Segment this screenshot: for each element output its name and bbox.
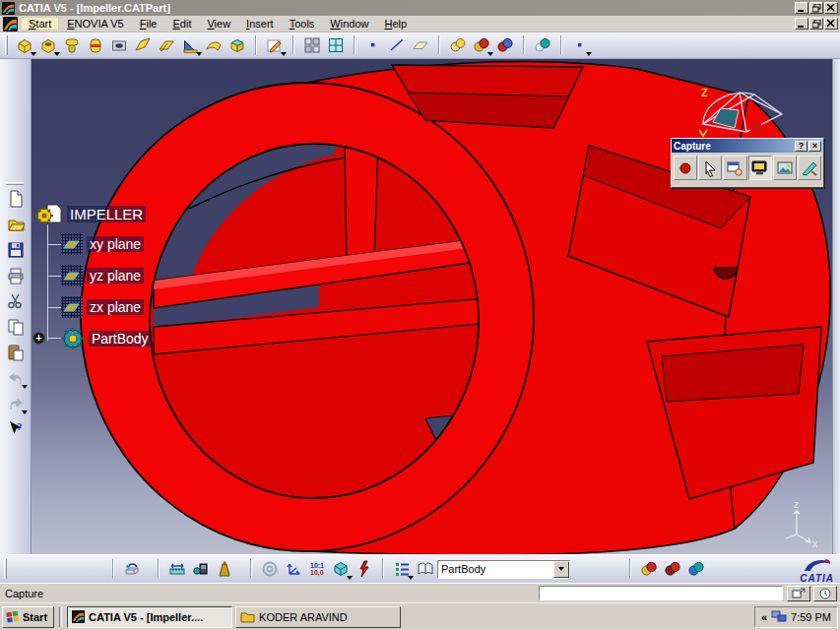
minimize-button[interactable] bbox=[795, 2, 808, 14]
measure-between-button[interactable] bbox=[165, 557, 189, 581]
catalog-book-button[interactable] bbox=[414, 557, 437, 581]
spheres-button[interactable] bbox=[531, 33, 554, 57]
tree-node-label[interactable]: zx plane bbox=[87, 299, 144, 315]
point-tool-button[interactable] bbox=[568, 33, 592, 57]
command-history-button[interactable] bbox=[813, 586, 837, 601]
drawing-frame-button[interactable] bbox=[324, 33, 348, 57]
dropdown-arrow-icon[interactable] bbox=[586, 52, 592, 56]
close-button[interactable] bbox=[824, 2, 838, 14]
capture-screen-button[interactable] bbox=[748, 156, 772, 180]
print-button[interactable] bbox=[4, 264, 28, 287]
tree-node-root[interactable]: IMPELLER bbox=[35, 201, 146, 226]
list-button[interactable] bbox=[390, 557, 414, 581]
measure-inertia-button[interactable] bbox=[213, 557, 236, 581]
whats-this-button[interactable]: ? bbox=[4, 417, 28, 441]
rib-button[interactable] bbox=[131, 33, 155, 57]
spheres-button-2[interactable] bbox=[684, 557, 708, 581]
tree-expand-button[interactable]: + bbox=[32, 332, 45, 345]
new-document-button[interactable] bbox=[4, 187, 28, 211]
tree-node-label[interactable]: yz plane bbox=[87, 268, 144, 284]
capture-close-button[interactable]: × bbox=[808, 141, 821, 152]
axis-system-button[interactable] bbox=[282, 557, 305, 581]
menu-edit[interactable]: Edit bbox=[164, 17, 199, 31]
remove-lump-button[interactable] bbox=[493, 33, 517, 57]
paste-button[interactable] bbox=[4, 341, 28, 364]
power-input-field[interactable] bbox=[539, 586, 783, 600]
mdi-close-button[interactable] bbox=[824, 18, 838, 30]
catalog-button[interactable] bbox=[300, 33, 324, 57]
stiffener-button[interactable] bbox=[178, 33, 202, 57]
hole-button[interactable] bbox=[107, 33, 131, 57]
tree-node-label[interactable]: xy plane bbox=[87, 236, 144, 252]
combobox-dropdown-button[interactable] bbox=[553, 561, 569, 578]
capture-help-button[interactable]: ? bbox=[795, 141, 808, 152]
knowledge-button[interactable] bbox=[353, 557, 376, 581]
3d-viewport[interactable]: IMPELLER xy plane yz plane zx plane + bbox=[32, 59, 832, 554]
menu-enovia[interactable]: ENOVIA V5 bbox=[59, 17, 131, 31]
assemble-button[interactable] bbox=[446, 33, 470, 57]
capture-options-button[interactable] bbox=[723, 156, 746, 180]
mdi-minimize-button[interactable] bbox=[795, 18, 808, 30]
tray-chevron-button[interactable]: « bbox=[761, 611, 767, 623]
tree-node-label[interactable]: PartBody bbox=[89, 331, 152, 346]
tree-node-yz-plane[interactable]: yz plane bbox=[61, 265, 144, 286]
toolbar-drag-handle[interactable] bbox=[6, 182, 24, 185]
copy-button[interactable] bbox=[4, 315, 28, 339]
pocket-button[interactable] bbox=[36, 33, 60, 57]
menu-view[interactable]: View bbox=[199, 17, 238, 31]
tree-node-partbody[interactable]: PartBody bbox=[61, 327, 152, 350]
measure-item-button[interactable] bbox=[189, 557, 213, 581]
snap-grid-button[interactable]: 10:1 10,0 bbox=[305, 557, 329, 581]
dropdown-arrow-icon[interactable] bbox=[281, 52, 287, 56]
start-button[interactable]: Start bbox=[2, 606, 54, 628]
groove-button[interactable] bbox=[84, 33, 107, 57]
sketcher-button[interactable] bbox=[263, 33, 287, 57]
menu-tools[interactable]: Tools bbox=[282, 17, 323, 31]
mdi-restore-button[interactable] bbox=[809, 18, 823, 30]
remove-lump-button-2[interactable] bbox=[661, 557, 684, 581]
capture-title-bar[interactable]: Capture ? × bbox=[672, 139, 823, 153]
shell-button[interactable] bbox=[226, 33, 249, 57]
dropdown-arrow-icon[interactable] bbox=[22, 385, 28, 389]
line-button[interactable] bbox=[385, 33, 409, 57]
capture-select-button[interactable] bbox=[698, 156, 722, 180]
expand-dialog-button[interactable] bbox=[787, 586, 810, 601]
point-button[interactable] bbox=[361, 33, 385, 57]
tree-root-label[interactable]: IMPELLER bbox=[67, 206, 146, 222]
restore-button[interactable] bbox=[809, 2, 823, 14]
slot-button[interactable] bbox=[155, 33, 178, 57]
task-button-catia[interactable]: CATIA V5 - [Impeller.... bbox=[67, 606, 232, 628]
toolbar-drag-handle[interactable] bbox=[5, 35, 8, 55]
capture-record-button[interactable] bbox=[674, 156, 697, 180]
swap-visible-space-button[interactable] bbox=[258, 557, 282, 581]
view-mode-button[interactable] bbox=[329, 557, 353, 581]
capture-measure-button[interactable] bbox=[798, 156, 821, 180]
rotate-view-button[interactable] bbox=[120, 557, 144, 581]
save-button[interactable] bbox=[4, 238, 28, 262]
tree-node-xy-plane[interactable]: xy plane bbox=[61, 233, 144, 255]
menu-start[interactable]: Start bbox=[21, 17, 59, 31]
view-compass[interactable]: Z bbox=[693, 81, 787, 142]
union-trim-button-2[interactable] bbox=[637, 557, 661, 581]
open-button[interactable] bbox=[4, 213, 28, 236]
in-work-object-combobox[interactable]: PartBody bbox=[437, 560, 570, 579]
tree-node-zx-plane[interactable]: zx plane bbox=[61, 296, 144, 318]
redo-button[interactable] bbox=[4, 392, 28, 415]
capture-image-button[interactable] bbox=[773, 156, 797, 180]
dropdown-arrow-icon[interactable] bbox=[22, 410, 28, 414]
network-icon[interactable] bbox=[771, 610, 787, 623]
union-trim-button[interactable] bbox=[470, 33, 493, 57]
plane-button[interactable] bbox=[409, 33, 432, 57]
loft-button[interactable] bbox=[202, 33, 226, 57]
menu-file[interactable]: File bbox=[132, 17, 165, 31]
shaft-button[interactable] bbox=[60, 33, 84, 57]
menu-window[interactable]: Window bbox=[322, 17, 376, 31]
pad-button[interactable] bbox=[13, 33, 36, 57]
toolbar-drag-handle[interactable] bbox=[4, 559, 7, 579]
menu-insert[interactable]: Insert bbox=[238, 17, 282, 31]
undo-button[interactable] bbox=[4, 366, 28, 390]
task-button-folder[interactable]: KODER ARAVIND bbox=[235, 606, 401, 628]
title-bar[interactable]: CATIA V5 - [Impeller.CATPart] bbox=[0, 0, 840, 16]
cut-button[interactable] bbox=[4, 289, 28, 313]
menu-help[interactable]: Help bbox=[376, 17, 415, 31]
